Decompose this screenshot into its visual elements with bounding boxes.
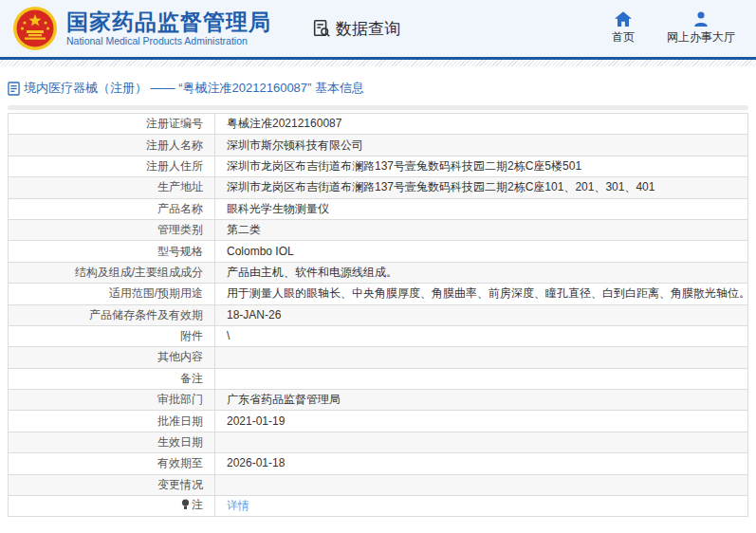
row-label-text: 注册证编号	[146, 117, 203, 130]
row-label: 其他内容	[9, 347, 215, 368]
section-divider	[8, 105, 748, 110]
row-value: 2026-01-18	[215, 453, 748, 474]
row-label: 适用范围/预期用途	[9, 284, 215, 304]
row-label: 变更情况	[9, 474, 215, 495]
table-row: 管理类别 第二类	[9, 219, 748, 240]
row-label: 管理类别	[9, 219, 215, 240]
org-name-en: National Medical Products Administration	[66, 34, 271, 47]
table-row: 变更情况	[9, 474, 748, 495]
table-row: 产品名称 眼科光学生物测量仪	[9, 198, 748, 219]
row-value	[215, 474, 748, 495]
national-emblem-logo[interactable]	[12, 6, 58, 51]
row-label-text: 产品储存条件及有效期	[89, 308, 203, 322]
national-emblem-icon	[12, 6, 58, 51]
org-names: 国家药品监督管理局 National Medical Products Admi…	[66, 9, 271, 47]
row-label-text: 附件	[180, 329, 203, 342]
org-name-cn: 国家药品监督管理局	[66, 9, 271, 34]
row-value: Colombo IOL	[215, 241, 748, 262]
breadcrumb: 境内医疗器械（注册） —— “粤械注准20212160087” 基本信息	[0, 66, 756, 105]
row-value: 深圳市龙岗区布吉街道布澜路137号壹兔数码科技园二期2栋C座101、201、30…	[215, 177, 748, 198]
nav-hall-label: 网上办事大厅	[667, 29, 735, 46]
row-value: 产品由主机、软件和电源线组成。	[215, 262, 748, 283]
table-row: 审批部门 广东省药品监督管理局	[9, 390, 748, 411]
registration-info-table: 注册证编号 粤械注准20212160087 注册人名称 深圳市斯尔顿科技有限公司…	[8, 113, 748, 517]
row-label-text: 注册人名称	[146, 138, 203, 152]
data-query-title[interactable]: 数据查询	[311, 18, 400, 40]
row-value	[215, 432, 748, 452]
row-label: 附件	[9, 325, 215, 346]
row-label-text: 其他内容	[157, 350, 203, 363]
row-value: \	[215, 325, 748, 346]
table-row: 附件 \	[9, 325, 748, 346]
row-label-text: 审批部门	[157, 393, 203, 406]
nav-item-home[interactable]: 首页	[612, 11, 635, 46]
table-row: 注册人住所 深圳市龙岗区布吉街道布澜路137号壹兔数码科技园二期2栋C座5楼50…	[9, 156, 748, 176]
row-label: 审批部门	[9, 390, 215, 411]
detail-link[interactable]: 详情	[227, 499, 249, 512]
row-label: 注册人住所	[9, 156, 215, 176]
row-value: 深圳市斯尔顿科技有限公司	[215, 135, 748, 156]
table-row: 其他内容	[9, 347, 748, 368]
row-label: 生效日期	[9, 432, 215, 452]
row-value: 深圳市龙岗区布吉街道布澜路137号壹兔数码科技园二期2栋C座5楼501	[215, 156, 748, 176]
table-row: 产品储存条件及有效期 18-JAN-26	[9, 304, 748, 325]
row-label-text: 备注	[180, 372, 203, 385]
row-label-text: 注册人住所	[146, 159, 203, 173]
row-label-text: 管理类别	[157, 223, 203, 236]
row-label: 产品名称	[9, 198, 215, 219]
header-hatch-strip	[0, 60, 756, 66]
table-row: 注 详情	[9, 496, 748, 517]
table-row: 批准日期 2021-01-19	[9, 411, 748, 432]
row-label: 有效期至	[9, 453, 215, 474]
row-label-text: 型号规格	[157, 245, 203, 258]
row-label: 产品储存条件及有效期	[9, 304, 215, 325]
page-header: 国家药品监督管理局 National Medical Products Admi…	[0, 0, 756, 60]
data-query-label: 数据查询	[336, 18, 400, 40]
bulb-icon	[181, 499, 190, 514]
row-label-text: 变更情况	[157, 478, 203, 491]
row-label: 注册证编号	[9, 114, 215, 135]
header-nav: 首页 网上办事大厅	[612, 11, 735, 46]
table-row: 有效期至 2026-01-18	[9, 453, 748, 474]
row-label: 备注	[9, 368, 215, 389]
table-row: 注册证编号 粤械注准20212160087	[9, 114, 748, 135]
row-label-text: 注	[192, 498, 203, 511]
row-label: 注册人名称	[9, 135, 215, 156]
row-value: 第二类	[215, 219, 748, 240]
nav-item-service-hall[interactable]: 网上办事大厅	[667, 11, 735, 46]
row-label-text: 生产地址	[157, 180, 203, 193]
person-icon	[693, 11, 709, 27]
row-label: 批准日期	[9, 411, 215, 432]
row-value: 2021-01-19	[215, 411, 748, 432]
row-value	[215, 368, 748, 389]
document-icon	[8, 82, 20, 96]
row-label-text: 生效日期	[157, 435, 203, 449]
row-label-text: 有效期至	[157, 456, 203, 469]
table-row: 注册人名称 深圳市斯尔顿科技有限公司	[9, 135, 748, 156]
row-label: 注	[9, 496, 215, 517]
table-row: 结构及组成/主要组成成分 产品由主机、软件和电源线组成。	[9, 262, 748, 283]
row-value	[215, 347, 748, 368]
row-value: 眼科光学生物测量仪	[215, 198, 748, 219]
table-row: 生产地址 深圳市龙岗区布吉街道布澜路137号壹兔数码科技园二期2栋C座101、2…	[9, 177, 748, 198]
document-search-icon	[311, 18, 332, 39]
row-label: 结构及组成/主要组成成分	[9, 262, 215, 283]
row-value: 用于测量人眼的眼轴长、中央角膜厚度、角膜曲率、前房深度、瞳孔直径、白到白距离、角…	[215, 284, 748, 304]
row-label: 生产地址	[9, 177, 215, 198]
table-row: 型号规格 Colombo IOL	[9, 241, 748, 262]
row-value: 详情	[215, 496, 748, 517]
row-value: 18-JAN-26	[215, 304, 748, 325]
row-value: 粤械注准20212160087	[215, 114, 748, 135]
row-label-text: 结构及组成/主要组成成分	[75, 266, 203, 279]
row-label-text: 产品名称	[157, 202, 203, 215]
home-icon	[615, 11, 632, 27]
row-label-text: 适用范围/预期用途	[109, 286, 203, 300]
info-table-body: 注册证编号 粤械注准20212160087 注册人名称 深圳市斯尔顿科技有限公司…	[9, 114, 748, 517]
table-row: 生效日期	[9, 432, 748, 452]
nav-home-label: 首页	[612, 29, 635, 46]
row-label-text: 批准日期	[157, 414, 203, 428]
table-row: 备注	[9, 368, 748, 389]
table-row: 适用范围/预期用途 用于测量人眼的眼轴长、中央角膜厚度、角膜曲率、前房深度、瞳孔…	[9, 284, 748, 304]
row-value: 广东省药品监督管理局	[215, 390, 748, 411]
row-label: 型号规格	[9, 241, 215, 262]
